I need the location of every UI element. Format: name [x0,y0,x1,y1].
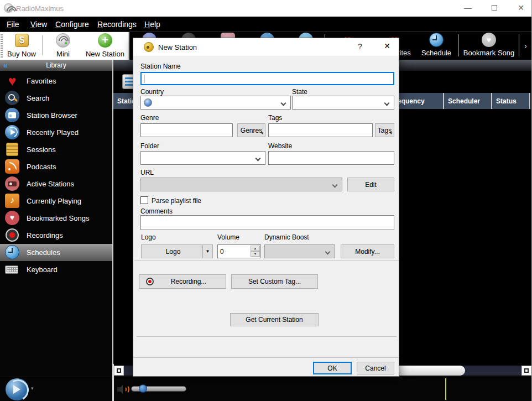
speaker-icon[interactable] [117,384,129,395]
sidebar-item-search[interactable]: Search [0,90,112,107]
music-note-icon: ♪ [5,194,19,208]
heart-icon: ♥ [5,74,19,88]
state-select[interactable] [292,96,394,110]
recording-button[interactable]: Recording... [139,274,226,289]
ok-button[interactable]: OK [313,362,352,374]
genre-input[interactable] [140,123,233,137]
radio-icon [6,143,18,156]
close-button[interactable]: ✕ [513,2,529,13]
sidebar-item-recordings[interactable]: Recordings [0,227,112,244]
column-header-scheduler[interactable]: Scheduler [444,93,492,109]
menu-recordings[interactable]: Recordings [97,20,137,29]
radio-icon [144,42,154,52]
cancel-button[interactable]: Cancel [357,362,394,374]
volume-label: Volume [217,233,239,241]
vu-meter-line [445,378,446,400]
country-select[interactable] [140,96,291,110]
tags-menu-button[interactable]: Tags▾ [375,123,394,137]
toolbar-separator [519,34,519,56]
record-icon [6,228,19,242]
bookmark-song-button[interactable]: ♥ Bookmark Song [462,32,516,59]
dialog-close-button[interactable]: ✕ [381,41,393,53]
sidebar-item-bookmarked-songs[interactable]: ♥Bookmarked Songs [0,210,112,227]
sidebar-item-schedules[interactable]: Schedules [0,244,112,261]
new-station-dialog: New Station ? ✕ Station Name Country Sta… [133,38,399,377]
station-name-input[interactable] [140,72,394,85]
url-select[interactable] [140,178,342,191]
menu-configure[interactable]: Configure [55,20,89,29]
player-dropdown-caret[interactable]: ▾ [31,386,34,391]
separator [134,261,399,261]
sidebar-item-favorites[interactable]: ♥Favorites [0,72,112,90]
spin-down-icon[interactable]: ▼ [251,251,260,257]
collapse-sidebar-icon[interactable]: « [3,60,8,71]
sidebar-header: « Library [0,60,112,71]
play-icon [13,385,20,394]
website-input[interactable] [268,151,394,165]
dialog-titlebar: New Station ? ✕ [133,38,399,56]
volume-spinner[interactable]: 0 ▲ ▼ [217,244,261,258]
money-icon: $ [15,34,29,47]
state-label: State [292,88,307,96]
menu-view[interactable]: View [30,20,47,29]
maximize-icon [492,5,497,11]
dynamic-boost-select[interactable] [264,244,335,258]
folder-select[interactable] [140,151,265,165]
station-name-label: Station Name [140,63,181,70]
menu-file[interactable]: File [7,20,19,29]
modify-button[interactable]: Modify... [341,244,394,258]
sidebar-item-currently-playing[interactable]: ♪Currently Playing [0,192,112,210]
parse-playlist-checkbox[interactable] [140,196,148,204]
column-header-status[interactable]: Status [492,93,530,109]
replay-icon [5,125,19,139]
sidebar-item-recently-played[interactable]: Recently Played [0,124,112,141]
logo-split-button[interactable]: Logo ▼ [141,244,213,258]
get-current-station-button[interactable]: Get Current Station [230,313,319,326]
set-custom-tag-button[interactable]: Set Custom Tag... [231,274,318,289]
caret-down-icon: ▾ [390,131,392,136]
toolbar-separator [458,34,458,56]
menu-help[interactable]: Help [144,20,160,29]
mini-player-button[interactable]: Mini Player [45,32,81,59]
chevron-down-icon [281,101,286,106]
maximize-button[interactable] [486,2,503,13]
sidebar-item-sessions[interactable]: Sessions [0,141,112,158]
menubar: File View Configure Recordings Help [0,17,532,32]
schedule-button[interactable]: Schedule [419,32,454,59]
sidebar-item-station-browser[interactable]: Station Browser [0,107,112,124]
rss-icon [5,159,19,174]
scrollbar-right-button[interactable] [521,366,531,376]
clock-icon [5,245,19,259]
tags-input[interactable] [268,123,373,137]
comments-input[interactable] [140,215,394,230]
toolbar-grip[interactable] [1,34,3,58]
square-icon [117,368,121,373]
sidebar-item-active-stations[interactable]: Active Stations [0,175,112,192]
tags-label: Tags [268,114,282,122]
dialog-help-button[interactable]: ? [354,42,366,52]
volume-slider-thumb[interactable] [139,384,147,393]
spin-up-icon[interactable]: ▲ [251,246,260,251]
text-caret [144,75,144,83]
edit-url-button[interactable]: Edit [347,178,394,191]
app-title: RadioMaximus [16,4,64,13]
sidebar-title: Library [46,61,66,69]
new-station-button[interactable]: + New Station [84,32,126,59]
record-icon [146,278,154,285]
sidebar-item-podcasts[interactable]: Podcasts [0,158,112,175]
logo-label: Logo [141,233,156,241]
separator [133,357,399,358]
titlebar: RadioMaximus — ✕ [0,0,532,17]
play-mode-button[interactable] [6,378,29,400]
toolbar-overflow-chevron[interactable]: › [524,41,527,50]
sidebar-item-keyboard[interactable]: Keyboard [0,261,112,278]
spinner-buttons[interactable]: ▲ ▼ [251,246,260,257]
toolbar-left-section: $ Buy Now Mini Player + New Station [0,32,129,60]
genres-menu-button[interactable]: Genres▾ [237,123,265,137]
scrollbar-left-button[interactable] [114,366,124,376]
magnifier-icon [5,91,19,105]
buy-now-button[interactable]: $ Buy Now [4,32,39,59]
radio-icon [5,176,19,191]
minimize-button[interactable]: — [460,2,476,13]
dropdown-arrow-icon[interactable]: ▼ [202,245,212,258]
